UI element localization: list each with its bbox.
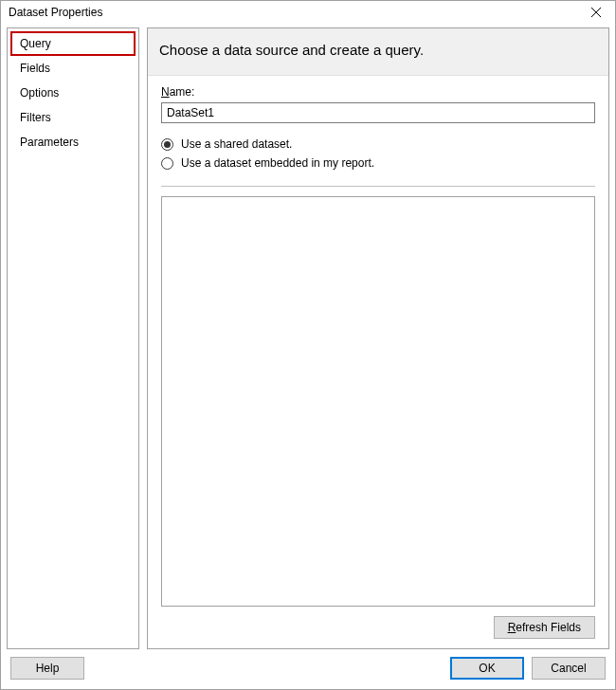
sidebar-item-options[interactable]: Options [10,81,136,105]
sidebar-item-label: Filters [20,111,51,124]
sidebar-item-label: Options [20,86,59,100]
cancel-button[interactable]: Cancel [532,657,606,680]
radio-label: Use a shared dataset. [181,137,292,151]
close-icon [591,8,601,17]
radio-embedded-dataset[interactable]: Use a dataset embedded in my report. [161,154,595,172]
dataset-properties-dialog: Dataset Properties Query Fields Options … [0,0,616,690]
sidebar-item-parameters[interactable]: Parameters [10,130,136,154]
help-button[interactable]: Help [10,657,84,680]
main-content: Name: Use a shared dataset. Use a datase… [148,76,608,648]
radio-label: Use a dataset embedded in my report. [181,156,374,170]
titlebar: Dataset Properties [1,1,615,24]
sidebar: Query Fields Options Filters Parameters [7,27,139,649]
sidebar-item-filters[interactable]: Filters [10,105,136,130]
dialog-footer: Help OK Cancel [1,649,615,689]
main-panel: Choose a data source and create a query.… [147,27,609,649]
dataset-source-radio-group: Use a shared dataset. Use a dataset embe… [161,135,595,172]
refresh-row: Refresh Fields [161,607,595,639]
sidebar-item-label: Fields [20,62,50,75]
name-input[interactable] [161,102,595,123]
dialog-body: Query Fields Options Filters Parameters … [1,24,615,649]
panel-heading: Choose a data source and create a query. [148,28,608,76]
dialog-title: Dataset Properties [9,6,102,19]
sidebar-item-label: Parameters [20,136,79,149]
sidebar-item-query[interactable]: Query [10,31,136,56]
sidebar-item-fields[interactable]: Fields [10,56,136,81]
ok-button[interactable]: OK [450,657,524,680]
footer-right: OK Cancel [450,657,606,680]
sidebar-item-label: Query [20,37,51,50]
radio-icon [161,138,173,151]
close-button[interactable] [581,2,611,23]
separator [161,186,595,187]
query-textarea[interactable] [161,196,595,607]
radio-shared-dataset[interactable]: Use a shared dataset. [161,135,595,154]
name-label: Name: [161,85,595,99]
refresh-fields-button[interactable]: Refresh Fields [494,616,595,639]
radio-icon [161,157,173,170]
